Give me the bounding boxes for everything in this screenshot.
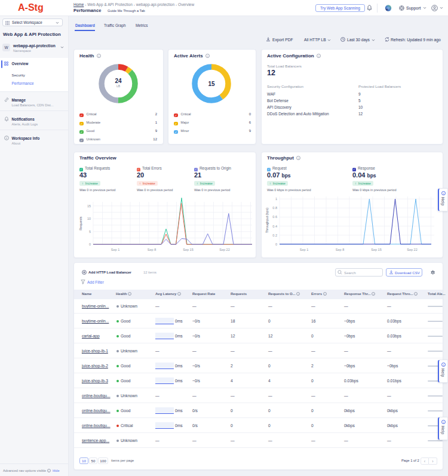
svg-text:Sep 15: Sep 15 xyxy=(183,248,193,251)
svg-text:Sep 1: Sep 1 xyxy=(111,248,119,251)
svg-text:0.6: 0.6 xyxy=(272,215,277,219)
svg-text:Requests: Requests xyxy=(79,216,82,230)
svg-text:Sep 22: Sep 22 xyxy=(407,248,417,251)
svg-text:0: 0 xyxy=(89,242,91,246)
svg-text:0: 0 xyxy=(275,242,277,246)
svg-text:Sep 8: Sep 8 xyxy=(148,248,156,251)
svg-text:1: 1 xyxy=(275,197,277,201)
svg-text:Throughput (bps): Throughput (bps) xyxy=(265,208,269,233)
svg-text:0.8: 0.8 xyxy=(272,206,277,210)
svg-text:15: 15 xyxy=(87,204,91,208)
svg-text:10: 10 xyxy=(87,217,91,220)
svg-text:Sep 1: Sep 1 xyxy=(300,248,308,251)
svg-text:Sep 22: Sep 22 xyxy=(219,248,229,251)
svg-text:0.2: 0.2 xyxy=(272,234,277,237)
svg-text:Sep 15: Sep 15 xyxy=(371,248,381,251)
svg-text:Sep 8: Sep 8 xyxy=(336,248,344,251)
svg-text:5: 5 xyxy=(89,230,91,234)
svg-text:0.4: 0.4 xyxy=(272,225,277,228)
